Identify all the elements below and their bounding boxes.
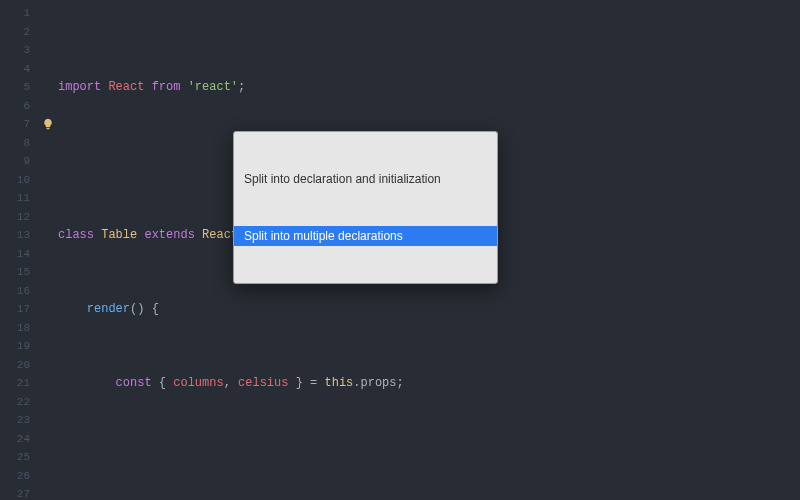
code-line[interactable]: import React from 'react'; <box>56 78 800 97</box>
gutter-icon-slot <box>40 78 56 97</box>
line-number: 5 <box>0 78 40 97</box>
code-editor[interactable]: 1234567891011121314151617181920212223242… <box>0 0 800 500</box>
gutter-icon-slot <box>40 97 56 116</box>
line-number: 6 <box>0 97 40 116</box>
line-number: 18 <box>0 319 40 338</box>
gutter-icon-slot <box>40 430 56 449</box>
gutter-icon-slot <box>40 208 56 227</box>
code-line[interactable]: render() { <box>56 300 800 319</box>
intention-actions-popup[interactable]: Split into declaration and initializatio… <box>233 131 498 284</box>
line-number: 17 <box>0 300 40 319</box>
line-number: 26 <box>0 467 40 486</box>
line-number: 15 <box>0 263 40 282</box>
gutter-icon-slot <box>40 263 56 282</box>
line-number: 21 <box>0 374 40 393</box>
line-number-gutter: 1234567891011121314151617181920212223242… <box>0 0 40 500</box>
line-number: 24 <box>0 430 40 449</box>
gutter-icon-slot <box>40 485 56 500</box>
line-number: 13 <box>0 226 40 245</box>
gutter-icon-slot <box>40 356 56 375</box>
gutter-icon-slot <box>40 245 56 264</box>
line-number: 9 <box>0 152 40 171</box>
gutter-icon-slot <box>40 282 56 301</box>
code-line[interactable] <box>56 448 800 467</box>
line-number: 22 <box>0 393 40 412</box>
gutter-icon-slot <box>40 41 56 60</box>
line-number: 19 <box>0 337 40 356</box>
gutter-icon-slot <box>40 171 56 190</box>
intention-item-label: Split into declaration and initializatio… <box>244 170 441 189</box>
intention-item-split-declaration-init[interactable]: Split into declaration and initializatio… <box>234 169 497 189</box>
gutter-icon-slot <box>40 448 56 467</box>
line-number: 2 <box>0 23 40 42</box>
gutter-icon-column <box>40 0 56 500</box>
line-number: 14 <box>0 245 40 264</box>
gutter-icon-slot <box>40 393 56 412</box>
gutter-icon-slot <box>40 300 56 319</box>
gutter-icon-slot <box>40 374 56 393</box>
line-number: 23 <box>0 411 40 430</box>
gutter-icon-slot <box>40 319 56 338</box>
line-number: 10 <box>0 171 40 190</box>
line-number: 25 <box>0 448 40 467</box>
gutter-icon-slot <box>40 467 56 486</box>
line-number: 8 <box>0 134 40 153</box>
code-area[interactable]: import React from 'react'; class Table e… <box>56 0 800 500</box>
line-number: 3 <box>0 41 40 60</box>
line-number: 20 <box>0 356 40 375</box>
line-number: 11 <box>0 189 40 208</box>
intention-item-split-multiple-declarations[interactable]: Split into multiple declarations <box>234 226 497 246</box>
gutter-icon-slot <box>40 115 56 134</box>
gutter-icon-slot <box>40 337 56 356</box>
line-number: 12 <box>0 208 40 227</box>
intention-item-label: Split into multiple declarations <box>244 227 403 246</box>
gutter-icon-slot <box>40 411 56 430</box>
line-number: 1 <box>0 4 40 23</box>
line-number: 27 <box>0 485 40 500</box>
intention-bulb-icon[interactable] <box>42 118 54 130</box>
gutter-icon-slot <box>40 189 56 208</box>
gutter-icon-slot <box>40 134 56 153</box>
gutter-icon-slot <box>40 226 56 245</box>
line-number: 7 <box>0 115 40 134</box>
line-number: 4 <box>0 60 40 79</box>
gutter-icon-slot <box>40 60 56 79</box>
code-line[interactable]: const { columns, celsius } = this.props; <box>56 374 800 393</box>
line-number: 16 <box>0 282 40 301</box>
gutter-icon-slot <box>40 4 56 23</box>
gutter-icon-slot <box>40 23 56 42</box>
gutter-icon-slot <box>40 152 56 171</box>
